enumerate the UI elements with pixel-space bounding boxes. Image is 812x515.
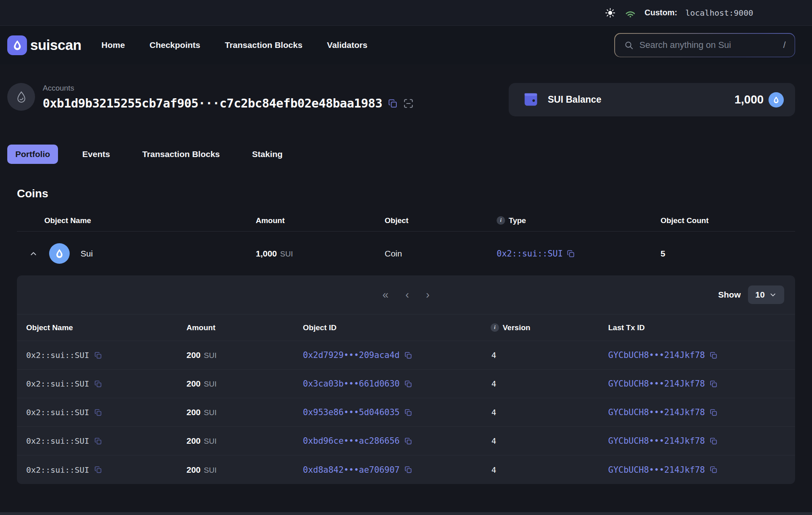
collapse-row-button[interactable] <box>28 248 39 259</box>
object-amount: 200 <box>186 436 201 445</box>
object-amount-unit: SUI <box>204 351 217 360</box>
copy-address-button[interactable] <box>388 99 398 108</box>
copy-object-id-button[interactable] <box>404 437 412 445</box>
next-page-button[interactable]: › <box>426 290 430 300</box>
network-status-button[interactable] <box>624 7 636 19</box>
col-object-count: Object Count <box>661 216 795 225</box>
version-info-icon[interactable]: i <box>491 323 499 332</box>
account-avatar <box>7 83 35 111</box>
tab-portfolio[interactable]: Portfolio <box>7 145 58 164</box>
object-version: 4 <box>491 465 608 475</box>
network-custom-label: Custom: <box>644 8 677 17</box>
copy-icon <box>388 99 398 108</box>
top-bar: Custom: localhost:9000 <box>0 0 812 26</box>
nav-links: Home Checkpoints Transaction Blocks Vali… <box>102 40 367 50</box>
brand-name: suiscan <box>30 37 81 53</box>
col-object-name: Object Name <box>17 323 186 332</box>
object-type: 0x2::sui::SUI <box>26 465 89 475</box>
object-id-link[interactable]: 0x3ca03b•••661d0630 <box>303 379 400 389</box>
last-tx-link[interactable]: GYCbUCH8•••214Jkf78 <box>608 407 705 417</box>
coin-type-link[interactable]: 0x2::sui::SUI <box>497 249 563 259</box>
droplet-icon <box>14 90 28 104</box>
copy-object-type-button[interactable] <box>94 380 102 388</box>
copy-icon <box>567 250 575 258</box>
qr-expand-button[interactable] <box>403 98 414 109</box>
object-type: 0x2::sui::SUI <box>26 436 89 446</box>
chevron-down-icon <box>769 291 777 299</box>
last-tx-link[interactable]: GYCbUCH8•••214Jkf78 <box>608 350 705 360</box>
theme-toggle-button[interactable] <box>604 7 616 19</box>
sun-icon <box>605 8 615 18</box>
object-row: 0x2::sui::SUI 200SUI 0x3ca03b•••661d0630… <box>17 370 795 398</box>
object-amount: 200 <box>186 379 201 388</box>
nav-item-transaction-blocks[interactable]: Transaction Blocks <box>225 40 302 50</box>
object-id-link[interactable]: 0xbd96ce•••ac286656 <box>303 436 400 446</box>
search-box[interactable]: Search anything on Sui / <box>614 33 795 57</box>
sui-balance-label: SUI Balance <box>548 94 601 105</box>
tab-transaction-blocks[interactable]: Transaction Blocks <box>134 145 228 164</box>
coin-row-sui: Sui 1,000SUI Coin 0x2::sui::SUI 5 <box>17 232 795 275</box>
copy-last-tx-button[interactable] <box>710 352 717 359</box>
copy-last-tx-button[interactable] <box>710 437 717 445</box>
type-info-icon[interactable]: i <box>497 216 505 225</box>
tab-staking[interactable]: Staking <box>244 145 291 164</box>
col-version: Version <box>503 323 530 332</box>
object-amount: 200 <box>186 350 201 360</box>
object-type: 0x2::sui::SUI <box>26 379 89 389</box>
copy-type-button[interactable] <box>567 250 575 258</box>
object-version: 4 <box>491 379 608 389</box>
object-row: 0x2::sui::SUI 200SUI 0x953e86•••5d046035… <box>17 398 795 427</box>
col-last-tx-id: Last Tx ID <box>608 323 795 332</box>
network-endpoint: localhost:9000 <box>685 8 753 18</box>
account-header: Accounts 0xb1d9b3215255cb7af905···c7c2bc… <box>0 64 812 116</box>
object-amount: 200 <box>186 465 201 474</box>
object-id-link[interactable]: 0xd8a842•••ae706907 <box>303 465 400 475</box>
object-amount: 200 <box>186 407 201 417</box>
show-label: Show <box>718 290 741 300</box>
object-id-link[interactable]: 0x2d7929•••209aca4d <box>303 350 400 360</box>
sui-balance-card: SUI Balance 1,000 <box>509 83 795 116</box>
object-row: 0x2::sui::SUI 200SUI 0x2d7929•••209aca4d… <box>17 341 795 370</box>
object-row: 0x2::sui::SUI 200SUI 0xbd96ce•••ac286656… <box>17 427 795 455</box>
wallet-icon <box>522 92 540 108</box>
search-input[interactable]: Search anything on Sui <box>640 40 778 50</box>
sui-coin-icon <box>768 92 784 108</box>
copy-last-tx-button[interactable] <box>710 409 717 416</box>
copy-object-type-button[interactable] <box>94 466 102 474</box>
col-amount: Amount <box>256 216 385 225</box>
copy-last-tx-button[interactable] <box>710 380 717 388</box>
copy-object-type-button[interactable] <box>94 409 102 416</box>
first-page-button[interactable]: « <box>382 290 388 300</box>
object-amount-unit: SUI <box>204 380 217 388</box>
copy-object-id-button[interactable] <box>404 380 412 388</box>
copy-object-id-button[interactable] <box>404 409 412 416</box>
nav-item-validators[interactable]: Validators <box>327 40 367 50</box>
object-amount-unit: SUI <box>204 437 217 445</box>
pagination-bar: « ‹ › Show 10 <box>17 275 795 314</box>
page-size-select[interactable]: 10 <box>748 285 784 304</box>
coin-amount-unit: SUI <box>280 250 293 258</box>
nav-item-home[interactable]: Home <box>102 40 125 50</box>
object-amount-unit: SUI <box>204 466 217 474</box>
object-id-link[interactable]: 0x953e86•••5d046035 <box>303 407 400 417</box>
coin-object-kind: Coin <box>385 249 497 259</box>
copy-object-type-button[interactable] <box>94 437 102 445</box>
copy-object-type-button[interactable] <box>94 352 102 359</box>
last-tx-link[interactable]: GYCbUCH8•••214Jkf78 <box>608 379 705 389</box>
col-object-id: Object ID <box>303 323 491 332</box>
coins-section-title: Coins <box>17 187 795 200</box>
coins-table-header: Object Name Amount Object i Type Object … <box>17 210 795 232</box>
copy-object-id-button[interactable] <box>404 352 412 359</box>
tab-events[interactable]: Events <box>74 145 118 164</box>
col-object-name: Object Name <box>17 216 256 225</box>
last-tx-link[interactable]: GYCbUCH8•••214Jkf78 <box>608 465 705 475</box>
prev-page-button[interactable]: ‹ <box>406 290 409 300</box>
brand-logo-link[interactable]: suiscan <box>7 35 81 55</box>
scan-icon <box>403 98 414 109</box>
chevron-up-icon <box>29 249 38 258</box>
coin-name: Sui <box>81 249 93 259</box>
copy-object-id-button[interactable] <box>404 466 412 474</box>
copy-last-tx-button[interactable] <box>710 466 717 474</box>
nav-item-checkpoints[interactable]: Checkpoints <box>149 40 200 50</box>
last-tx-link[interactable]: GYCbUCH8•••214Jkf78 <box>608 436 705 446</box>
